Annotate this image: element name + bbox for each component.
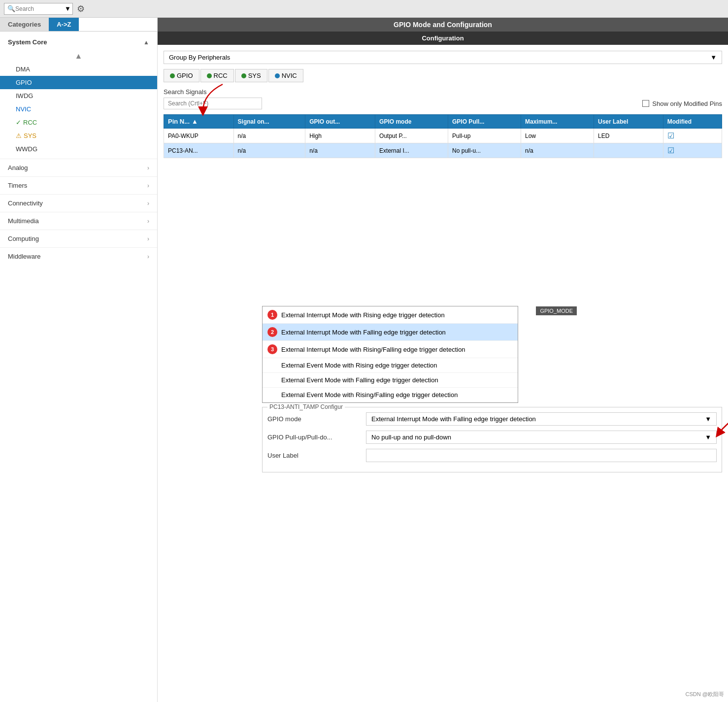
computing-label: Computing — [8, 235, 39, 242]
config-body: Group By Peripherals ▼ GPIO RCC SYS — [158, 45, 728, 702]
dropdown-item-4[interactable]: External Event Mode with Rising edge tri… — [263, 358, 518, 373]
ptab-gpio[interactable]: GPIO — [164, 69, 199, 82]
signal-search-input[interactable] — [164, 98, 262, 109]
ptab-rcc[interactable]: RCC — [200, 69, 234, 82]
gpio-mode-dropdown-icon: ▼ — [705, 415, 711, 423]
th-signal[interactable]: Signal on... — [233, 115, 305, 129]
system-core-label: System Core — [8, 38, 47, 46]
system-core-chevron: ▲ — [143, 39, 149, 46]
cell-gpio-mode: Output P... — [375, 129, 448, 143]
search-box[interactable]: 🔍 ▼ — [4, 3, 73, 15]
gpio-pull-row: GPIO Pull-up/Pull-do... No pull-up and n… — [267, 431, 717, 444]
user-label-row: User Label — [267, 449, 717, 462]
sidebar-item-timers[interactable]: Timers › — [0, 176, 157, 194]
dropdown-item-1-label: External Interrupt Mode with Rising edge… — [281, 311, 445, 319]
table-row[interactable]: PA0-WKUP n/a High Output P... Pull-up Lo… — [164, 129, 722, 143]
ptab-nvic[interactable]: NVIC — [268, 69, 303, 82]
th-pin[interactable]: Pin N...▲ — [164, 115, 234, 129]
nvic-label: NVIC — [16, 105, 31, 113]
sidebar-item-computing[interactable]: Computing › — [0, 230, 157, 247]
gpio-pull-config-dropdown[interactable]: No pull-up and no pull-down ▼ — [366, 431, 717, 444]
dropdown-item-2[interactable]: 2 External Interrupt Mode with Falling e… — [263, 324, 518, 341]
sidebar-item-rcc[interactable]: ✓ RCC — [0, 116, 157, 129]
tab-atoz[interactable]: A->Z — [49, 18, 79, 31]
dropdown-item-1[interactable]: 1 External Interrupt Mode with Rising ed… — [263, 306, 518, 324]
sort-indicator: ▲ — [0, 50, 157, 63]
table-row[interactable]: PC13-AN... n/a n/a External I... No pull… — [164, 143, 722, 158]
sidebar-item-connectivity[interactable]: Connectivity › — [0, 194, 157, 212]
rcc-label: RCC — [23, 119, 37, 126]
cell-gpio-pull: Pull-up — [448, 129, 521, 143]
search-input[interactable] — [15, 5, 65, 12]
user-label-input[interactable] — [366, 449, 717, 462]
cell-signal: n/a — [233, 129, 305, 143]
sys-dot — [241, 73, 246, 78]
sidebar-item-wwdg[interactable]: WWDG — [0, 142, 157, 156]
dropdown-item-5-label: External Event Mode with Falling edge tr… — [281, 376, 438, 384]
user-label-config-label: User Label — [267, 452, 366, 459]
sidebar-item-multimedia[interactable]: Multimedia › — [0, 212, 157, 230]
sidebar-item-dma[interactable]: DMA — [0, 63, 157, 76]
gear-icon[interactable]: ⚙ — [77, 3, 85, 14]
timers-chevron: › — [147, 182, 149, 189]
dropdown-arrow: ▼ — [65, 5, 71, 12]
ptab-sys[interactable]: SYS — [235, 69, 267, 82]
cell-modified: ☑ — [663, 143, 722, 158]
ptab-sys-label: SYS — [248, 72, 261, 79]
th-maximum[interactable]: Maximum... — [521, 115, 594, 129]
search-row: Show only Modified Pins — [164, 98, 722, 109]
sidebar-item-analog[interactable]: Analog › — [0, 159, 157, 176]
system-core-section: System Core ▲ ▲ DMA GPIO IWDG NVIC ✓ RCC — [0, 32, 157, 159]
gpio-pull-value: No pull-up and no pull-down — [371, 434, 451, 441]
analog-label: Analog — [8, 164, 28, 171]
modified-checkbox-checked: ☑ — [667, 132, 674, 140]
sidebar-item-gpio[interactable]: GPIO — [0, 76, 157, 89]
th-gpio-mode[interactable]: GPIO mode — [375, 115, 448, 129]
gpio-pull-config-label: GPIO Pull-up/Pull-do... — [267, 434, 366, 441]
sidebar-item-nvic[interactable]: NVIC — [0, 102, 157, 116]
badge-1: 1 — [267, 310, 277, 320]
group-by-dropdown[interactable]: Group By Peripherals ▼ — [164, 51, 722, 64]
dropdown-item-3[interactable]: 3 External Interrupt Mode with Rising/Fa… — [263, 341, 518, 358]
gpio-dot — [170, 73, 175, 78]
th-gpio-pull[interactable]: GPIO Pull... — [448, 115, 521, 129]
tab-categories[interactable]: Categories — [0, 18, 49, 31]
sidebar-item-iwdg[interactable]: IWDG — [0, 89, 157, 102]
cell-modified: ☑ — [663, 129, 722, 143]
analog-chevron: › — [147, 165, 149, 171]
multimedia-label: Multimedia — [8, 217, 39, 225]
cell-gpio-out: n/a — [305, 143, 375, 158]
gpio-mode-config-dropdown[interactable]: External Interrupt Mode with Falling edg… — [366, 412, 717, 426]
signals-table: Pin N...▲ Signal on... GPIO out... GPIO … — [164, 114, 722, 158]
sidebar-tabs: Categories A->Z — [0, 18, 157, 32]
dropdown-item-5[interactable]: External Event Mode with Falling edge tr… — [263, 373, 518, 388]
middleware-chevron: › — [147, 253, 149, 260]
bottom-config: PC13-ANTI_TAMP Configur GPIO mode Extern… — [262, 407, 722, 472]
cell-user-label — [594, 143, 663, 158]
search-signals-label: Search Signals — [164, 88, 722, 96]
th-user-label[interactable]: User Label — [594, 115, 663, 129]
system-core-header[interactable]: System Core ▲ — [0, 34, 157, 50]
computing-chevron: › — [147, 235, 149, 242]
sidebar-item-sys[interactable]: ⚠ SYS — [0, 129, 157, 142]
group-by-row: Group By Peripherals ▼ — [164, 51, 722, 64]
cell-pin: PA0-WKUP — [164, 129, 234, 143]
group-by-chevron: ▼ — [710, 54, 717, 61]
th-gpio-out[interactable]: GPIO out... — [305, 115, 375, 129]
cell-gpio-mode: External I... — [375, 143, 448, 158]
dropdown-item-2-label: External Interrupt Mode with Falling edg… — [281, 329, 446, 336]
config-label: Configuration — [158, 32, 728, 45]
cell-gpio-out: High — [305, 129, 375, 143]
ptab-gpio-label: GPIO — [177, 72, 193, 79]
cell-user-label: LED — [594, 129, 663, 143]
main-layout: Categories A->Z System Core ▲ ▲ DMA GPIO… — [0, 18, 728, 702]
dropdown-item-4-label: External Event Mode with Rising edge tri… — [281, 362, 437, 369]
top-bar: 🔍 ▼ ⚙ — [0, 0, 728, 18]
dropdown-item-6[interactable]: External Event Mode with Rising/Falling … — [263, 388, 518, 402]
th-modified[interactable]: Modified — [663, 115, 722, 129]
cell-maximum: Low — [521, 129, 594, 143]
nvic-dot — [275, 73, 280, 78]
sidebar-item-middleware[interactable]: Middleware › — [0, 247, 157, 265]
show-modified-checkbox[interactable] — [642, 100, 649, 107]
gpio-mode-tooltip: GPIO_MODE — [536, 306, 577, 315]
